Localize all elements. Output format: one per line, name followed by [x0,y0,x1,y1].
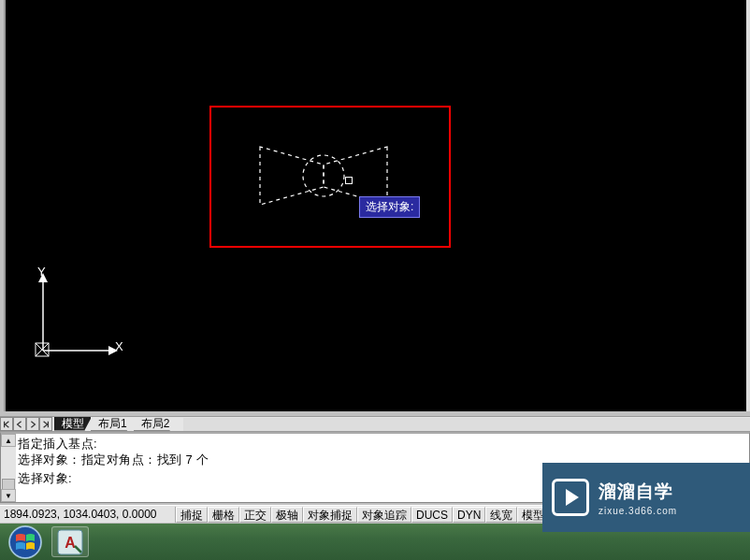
tab-nav-prev[interactable] [13,417,26,431]
status-lwt[interactable]: 线宽 [485,507,517,523]
tab-nav-last[interactable] [39,417,52,431]
taskbar-app-autocad[interactable]: A [51,526,89,557]
status-grid[interactable]: 栅格 [208,507,239,523]
layout-tabs-row: 模型 布局1 布局2 [0,416,750,432]
watermark-title: 溜溜自学 [599,480,741,504]
selection-tooltip: 选择对象: [359,196,420,218]
cad-viewport[interactable]: 选择对象: X Y [4,0,750,411]
status-coords: 1894.0923, 1034.0403, 0.0000 [0,507,176,523]
status-snap[interactable]: 捕捉 [176,507,208,523]
status-polar[interactable]: 极轴 [271,507,303,523]
viewport-scrollbar-v[interactable] [746,0,750,411]
ucs-icon: X Y [32,262,125,367]
tab-layout2[interactable]: 布局2 [134,417,178,431]
svg-marker-0 [260,147,324,205]
cursor-pickbox [345,177,353,184]
cmd-scroll-down[interactable]: ▼ [1,489,16,502]
cmd-line-1: 指定插入基点: [18,436,747,452]
status-ducs[interactable]: DUCS [411,507,453,523]
ucs-y-label: Y [37,265,46,279]
status-ortho[interactable]: 正交 [239,507,271,523]
tab-model[interactable]: 模型 [54,417,92,431]
tab-layout1[interactable]: 布局1 [91,417,135,431]
status-osnap[interactable]: 对象捕捉 [303,507,357,523]
status-dyn[interactable]: DYN [453,507,485,523]
svg-text:A: A [65,535,76,551]
layout-hscroll[interactable] [183,418,750,431]
status-otrack[interactable]: 对象追踪 [357,507,411,523]
watermark-play-icon [552,479,589,516]
start-button[interactable] [3,525,48,559]
cmd-scroll-up[interactable]: ▲ [1,434,16,447]
ucs-x-label: X [115,339,123,353]
tab-nav-next[interactable] [26,417,39,431]
watermark-overlay: 溜溜自学 zixue.3d66.com [542,463,750,532]
command-scrollbar[interactable]: ▲ ▼ [1,434,16,502]
watermark-url: zixue.3d66.com [599,506,741,516]
tab-nav-first[interactable] [0,417,13,431]
